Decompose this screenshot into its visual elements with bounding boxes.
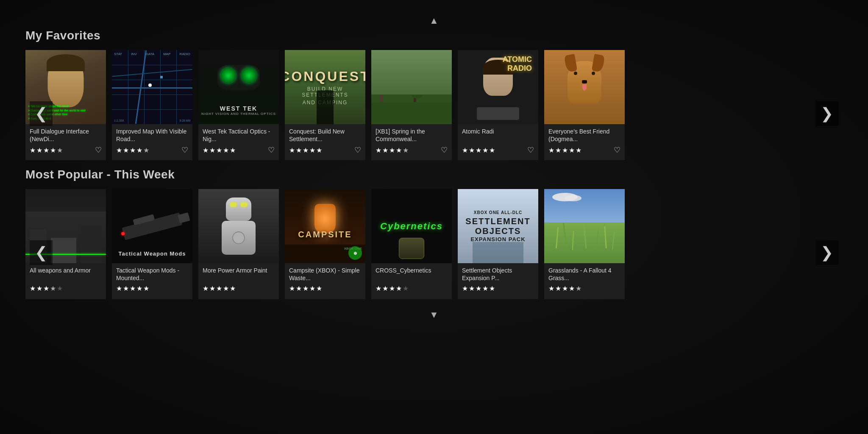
mod-info-full-dialogue: Full Dialogue Interface (NewDi... ★ ★ ★ … [25, 124, 106, 160]
star-3: ★ [130, 146, 136, 154]
star-5: ★ [576, 284, 581, 292]
mod-title-improved-map: Improved Map With Visible Road... [116, 128, 188, 143]
scroll-up-button[interactable]: ▲ [429, 15, 439, 26]
star-1: ★ [30, 146, 36, 154]
stars-spring: ★ ★ ★ ★ ★ [376, 146, 409, 154]
star-2: ★ [382, 284, 388, 292]
conquest-image: CONQUEST BUILD NEW SETTLEMENTS AND CAMPI… [285, 50, 365, 124]
cybernetics-image: Cybernetics [371, 189, 452, 263]
mod-title-grasslands: Grasslands - A Fallout 4 Grass... [548, 267, 620, 282]
mod-info-conquest: Conquest: Build New Settlement... ★ ★ ★ … [285, 124, 365, 160]
heart-button-improved-map[interactable]: ♡ [181, 145, 188, 155]
mod-rating-full-dialogue: ★ ★ ★ ★ ★ ♡ [30, 145, 102, 155]
mod-thumb-grasslands [544, 189, 625, 263]
star-3: ★ [389, 146, 395, 154]
star-3: ★ [43, 284, 49, 292]
heart-button-west-tek[interactable]: ♡ [268, 145, 275, 155]
heart-button-best-friend[interactable]: ♡ [614, 145, 620, 155]
star-4: ★ [569, 284, 575, 292]
star-5: ★ [230, 284, 236, 292]
mod-card-grasslands[interactable]: Grasslands - A Fallout 4 Grass... ★ ★ ★ … [544, 189, 625, 299]
star-4: ★ [223, 284, 229, 292]
star-1: ★ [376, 146, 381, 154]
star-2: ★ [469, 146, 475, 154]
nav-up[interactable]: ▲ [25, 13, 843, 29]
favorites-prev-button[interactable]: ❮ [30, 101, 53, 126]
star-2: ★ [36, 284, 42, 292]
star-1: ★ [462, 146, 468, 154]
heart-button-conquest[interactable]: ♡ [354, 145, 361, 155]
mod-thumb-improved-map: STATINVDATAMAPRADIO 1:2,306 9:28 AM [112, 50, 192, 124]
star-3: ★ [303, 284, 309, 292]
star-4: ★ [396, 284, 402, 292]
nav-down[interactable]: ▼ [25, 307, 843, 323]
mod-card-atomic-radio[interactable]: ATOMIC RADIO Atomic Radi [458, 50, 538, 160]
mod-thumb-conquest: CONQUEST BUILD NEW SETTLEMENTS AND CAMPI… [285, 50, 365, 124]
heart-button-atomic-radio[interactable]: ♡ [527, 145, 534, 155]
star-4: ★ [136, 146, 142, 154]
mod-rating-tactical-weapon: ★ ★ ★ ★ ★ [116, 284, 188, 292]
weapon-mods-image: Tactical Weapon Mods [112, 189, 192, 263]
favorites-title: My Favorites [25, 29, 843, 42]
star-1: ★ [376, 284, 381, 292]
stars-tactical-weapon: ★ ★ ★ ★ ★ [116, 284, 149, 292]
mod-rating-settlement-objects: ★ ★ ★ ★ ★ [462, 284, 534, 292]
mod-card-conquest[interactable]: CONQUEST BUILD NEW SETTLEMENTS AND CAMPI… [285, 50, 365, 160]
stars-conquest: ★ ★ ★ ★ ★ [289, 146, 322, 154]
favorites-section: My Favorites ❮ [25, 29, 843, 160]
mod-info-atomic-radio: Atomic Radi ★ ★ ★ ★ ★ ♡ [458, 124, 538, 160]
mod-title-west-tek: West Tek Tactical Optics - Nig... [203, 128, 275, 143]
favorites-next-button[interactable]: ❯ [815, 101, 838, 126]
star-2: ★ [296, 284, 302, 292]
mod-card-best-friend[interactable]: Everyone's Best Friend (Dogmea... ★ ★ ★ … [544, 50, 625, 160]
mod-title-tactical-weapon: Tactical Weapon Mods - Mounted... [116, 267, 188, 282]
stars-best-friend: ★ ★ ★ ★ ★ [548, 146, 581, 154]
star-1: ★ [116, 146, 122, 154]
popular-next-button[interactable]: ❯ [815, 240, 838, 265]
star-2: ★ [382, 146, 388, 154]
conquest-main-title: CONQUEST [285, 69, 365, 84]
star-3: ★ [476, 146, 481, 154]
mod-card-campsite[interactable]: CAMPSITE ⊕ XBOX ONE Campsite (XBOX) - Si… [285, 189, 365, 299]
star-5: ★ [143, 146, 149, 154]
star-5: ★ [489, 146, 495, 154]
star-3: ★ [216, 146, 222, 154]
mod-thumb-spring [371, 50, 452, 124]
star-2: ★ [555, 284, 561, 292]
mod-card-improved-map[interactable]: STATINVDATAMAPRADIO 1:2,306 9:28 AM Impr… [112, 50, 192, 160]
mod-title-best-friend: Everyone's Best Friend (Dogmea... [548, 128, 620, 143]
star-3: ★ [562, 284, 568, 292]
star-3: ★ [43, 146, 49, 154]
mod-card-spring[interactable]: [XB1] Spring in the Commonweal... ★ ★ ★ … [371, 50, 452, 160]
mod-title-cybernetics: CROSS_Cybernetics [376, 267, 448, 282]
star-1: ★ [289, 284, 295, 292]
popular-prev-button[interactable]: ❮ [30, 240, 53, 265]
mod-card-cybernetics[interactable]: Cybernetics CROSS_Cybernetics ★ ★ [371, 189, 452, 299]
scroll-down-button[interactable]: ▼ [429, 309, 439, 320]
heart-button-full-dialogue[interactable]: ♡ [95, 145, 102, 155]
mod-card-west-tek[interactable]: WEST TEK NIGHT VISION AND THERMAL OPTICS… [198, 50, 279, 160]
star-1: ★ [548, 284, 554, 292]
star-4: ★ [50, 146, 56, 154]
favorites-row-wrapper: ❮ > Tell me mo [25, 50, 843, 160]
heart-button-spring[interactable]: ♡ [441, 145, 448, 155]
mod-rating-conquest: ★ ★ ★ ★ ★ ♡ [289, 145, 361, 155]
popular-row-wrapper: ❮ [25, 189, 843, 299]
mod-thumb-atomic-radio: ATOMIC RADIO [458, 50, 538, 124]
mod-card-settlement-objects[interactable]: XBOX ONE ALL-DLC SETTLEMENT OBJECTS EXPA… [458, 189, 538, 299]
mod-thumb-campsite: CAMPSITE ⊕ XBOX ONE [285, 189, 365, 263]
dog-image [544, 50, 625, 124]
mod-card-tactical-weapon[interactable]: Tactical Weapon Mods Tactical Weapon Mod… [112, 189, 192, 299]
star-3: ★ [562, 146, 568, 154]
mod-info-grasslands: Grasslands - A Fallout 4 Grass... ★ ★ ★ … [544, 263, 625, 299]
star-5: ★ [576, 146, 581, 154]
star-2: ★ [123, 284, 129, 292]
mod-info-settlement-objects: Settlement Objects Expansion P... ★ ★ ★ … [458, 263, 538, 299]
star-4: ★ [223, 146, 229, 154]
star-1: ★ [462, 284, 468, 292]
spring-image [371, 50, 452, 124]
star-2: ★ [209, 146, 215, 154]
mod-title-all-weapons: All weapons and Armor [30, 267, 102, 282]
star-3: ★ [476, 284, 481, 292]
mod-card-power-armor[interactable]: More Power Armor Paint ★ ★ ★ ★ ★ [198, 189, 279, 299]
